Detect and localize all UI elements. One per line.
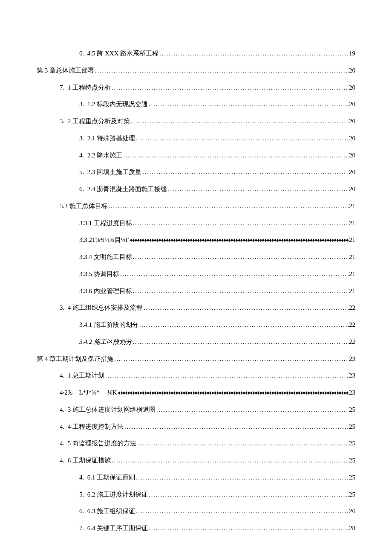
toc-entry[interactable]: 6. 4.5 跨 XXX 路水系桥工程19 — [37, 49, 355, 58]
toc-page-number: 20 — [349, 83, 355, 93]
toc-leader — [135, 473, 349, 482]
toc-label: 3.3.6 内业管理目标 — [79, 287, 132, 296]
toc-entry[interactable]: 4. 6 工期保证措施25 — [37, 456, 355, 465]
toc-label: 7. 6.4 关键工序工期保证 — [79, 524, 148, 533]
toc-page-number: 20 — [349, 185, 355, 194]
toc-page-number: 20 — [349, 151, 355, 160]
toc-entry[interactable]: 3. 4 施工组织总体安排及流程22 — [37, 303, 355, 313]
toc-entry[interactable]: 第 4 章工期计划及保证措施23 — [37, 355, 355, 364]
toc-page-number: 25 — [349, 456, 355, 465]
toc-page-number: 26 — [349, 507, 355, 516]
toc-leader — [122, 151, 349, 160]
toc-entry[interactable]: 4. 3 施工总体进度计划网络横道图25 — [37, 405, 355, 415]
toc-leader — [136, 439, 349, 448]
table-of-contents: 6. 4.5 跨 XXX 路水系桥工程19第 3 章总体施工部署207. 1 工… — [37, 49, 355, 533]
toc-entry[interactable]: 3.3.5 协调目标21 — [37, 270, 355, 279]
toc-leader — [141, 168, 349, 177]
toc-label: 3. 2 工程重点分析及对策 — [60, 117, 130, 126]
toc-label: 4. 1 总工期计划 — [60, 371, 104, 381]
toc-page-number: 28 — [349, 524, 355, 533]
toc-page-number: 25 — [349, 490, 355, 500]
toc-page-number: 21 — [349, 253, 355, 262]
toc-page-number: 21 — [349, 219, 355, 228]
toc-page-number: 23 — [349, 388, 355, 398]
toc-page-number: 22 — [349, 337, 355, 347]
toc-entry[interactable]: 3. 1.2 标段内无现况交通20 — [37, 100, 355, 109]
toc-entry[interactable]: 4. 6.1 工期保证原则25 — [37, 473, 355, 482]
toc-leader — [156, 405, 349, 415]
toc-label: 6. 4.5 跨 XXX 路水系桥工程 — [79, 49, 159, 58]
toc-entry[interactable]: 3.3 施工总体目标21 — [37, 202, 355, 211]
toc-leader — [108, 202, 349, 211]
toc-entry[interactable]: 3.4.1 施工阶段的划分22 — [37, 320, 355, 330]
toc-label: 3.3.21⅜¾⅛¾目⅛I' — [79, 235, 129, 245]
toc-entry[interactable]: 4. 5 向监理报告进度的方法25 — [37, 439, 355, 448]
toc-page-number: 25 — [349, 422, 355, 432]
toc-page-number: 23 — [349, 355, 355, 364]
toc-label: 4. 2.2 降水施工 — [79, 151, 122, 160]
toc-entry[interactable]: 3.3.4 文明施工目标21 — [37, 253, 355, 262]
toc-entry[interactable]: 3.3.6 内业管理目标21 — [37, 287, 355, 296]
toc-entry[interactable]: 3.3.1 工程进度目标21 — [37, 219, 355, 228]
toc-entry[interactable]: 6. 6.3 施工组织保证26 — [37, 507, 355, 516]
toc-page-number: 20 — [349, 100, 355, 109]
toc-label: 3.3.1 工程进度目标 — [79, 219, 132, 228]
toc-leader — [111, 456, 349, 465]
toc-label: 5. 2.3 回填土施工质量 — [79, 168, 141, 177]
toc-entry[interactable]: 5. 2.3 回填土施工质量20 — [37, 168, 355, 177]
toc-page-number: 20 — [349, 168, 355, 177]
toc-leader — [159, 49, 349, 58]
toc-leader — [111, 83, 349, 93]
toc-label: 4. 4 工程进度控制方法 — [60, 422, 124, 432]
toc-leader — [132, 287, 349, 296]
toc-page-number: 21 — [349, 202, 355, 211]
toc-entry[interactable]: 5. 6.2 施工进度计划保证25 — [37, 490, 355, 500]
toc-page-number: 23 — [349, 371, 355, 381]
toc-page-number: 21 — [349, 287, 355, 296]
toc-entry[interactable]: 7. 1 工程特点分析20 — [37, 83, 355, 93]
toc-leader — [135, 134, 349, 143]
toc-leader — [117, 388, 349, 398]
toc-label: 4. 3 施工总体进度计划网络横道图 — [60, 405, 156, 415]
toc-entry[interactable]: 4·2Js—L*J^⅜* ⅛K23 — [37, 388, 355, 398]
toc-entry[interactable]: 第 3 章总体施工部署20 — [37, 66, 355, 76]
toc-page-number: 21 — [349, 270, 355, 279]
toc-leader — [132, 219, 349, 228]
toc-label: 4·2Js—L*J^⅜* ⅛K — [60, 388, 117, 398]
toc-page-number: 22 — [349, 303, 355, 313]
toc-entry[interactable]: 7. 6.4 关键工序工期保证28 — [37, 524, 355, 533]
toc-entry[interactable]: 6. 2.4 沥青混凝土路面施工接缝20 — [37, 185, 355, 194]
toc-leader — [148, 524, 349, 533]
toc-leader — [119, 270, 349, 279]
toc-label: 3. 4 施工组织总体安排及流程 — [60, 303, 143, 313]
toc-page-number: 22 — [349, 320, 355, 330]
toc-entry[interactable]: 4. 4 工程进度控制方法25 — [37, 422, 355, 432]
toc-label: 4. 5 向监理报告进度的方法 — [60, 439, 136, 448]
toc-leader — [148, 490, 349, 500]
toc-label: 第 3 章总体施工部署 — [37, 66, 94, 76]
toc-page-number: 19 — [349, 49, 355, 58]
toc-leader — [148, 100, 349, 109]
toc-leader — [104, 371, 349, 381]
toc-label: 3.3.5 协调目标 — [79, 270, 119, 279]
toc-page-number: 25 — [349, 439, 355, 448]
toc-entry[interactable]: 4. 2.2 降水施工20 — [37, 151, 355, 160]
toc-label: 3. 1.2 标段内无现况交通 — [79, 100, 148, 109]
toc-entry[interactable]: 3. 2 工程重点分析及对策20 — [37, 117, 355, 126]
toc-leader — [143, 303, 349, 313]
toc-leader — [138, 320, 349, 330]
toc-page-number: 25 — [349, 405, 355, 415]
toc-label: 6. 2.4 沥青混凝土路面施工接缝 — [79, 185, 167, 194]
toc-label: 3.3.4 文明施工目标 — [79, 253, 132, 262]
toc-leader — [135, 507, 349, 516]
toc-entry[interactable]: 3.4.2 施工区段划分22 — [37, 337, 355, 347]
toc-entry[interactable]: 4. 1 总工期计划23 — [37, 371, 355, 381]
toc-entry[interactable]: 3. 2.1 特殊路基处理20 — [37, 134, 355, 143]
toc-label: 第 4 章工期计划及保证措施 — [37, 355, 113, 364]
toc-label: 7. 1 工程特点分析 — [60, 83, 111, 93]
toc-page-number: 21 — [349, 235, 355, 245]
toc-leader — [132, 337, 349, 347]
toc-entry[interactable]: 3.3.21⅜¾⅛¾目⅛I'21 — [37, 235, 355, 245]
toc-leader — [130, 117, 349, 126]
toc-label: 4. 6 工期保证措施 — [60, 456, 111, 465]
